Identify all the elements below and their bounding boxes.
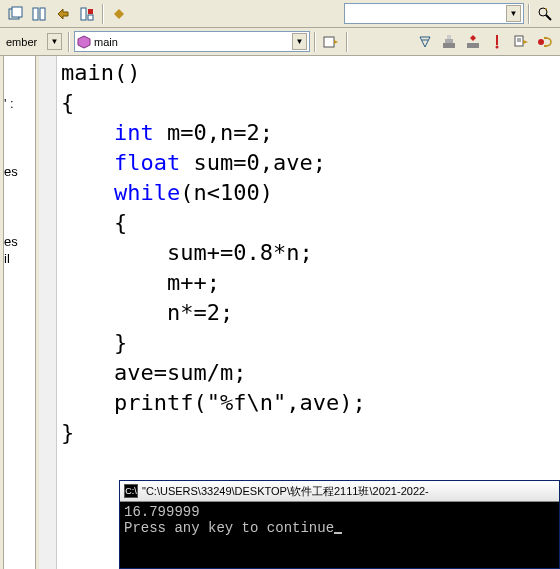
toolbar-button-5[interactable] [108,3,130,25]
function-combo-label: main [94,36,118,48]
console-titlebar[interactable]: C:\ "C:\USERS\33249\DESKTOP\软件工程2111班\20… [120,481,559,502]
class-view-pane[interactable]: ' : es es il [0,56,36,569]
console-output: 16.799999 Press any key to continue [120,502,559,538]
toolbar-button-1[interactable] [4,3,26,25]
build-button[interactable] [438,31,460,53]
member-label: ember [6,36,37,48]
svg-point-23 [496,45,499,48]
svg-rect-20 [467,43,479,48]
editor-margin [39,56,57,569]
stop-build-button[interactable] [462,31,484,53]
console-title-text: "C:\USERS\33249\DESKTOP\软件工程2111班\2021-2… [142,484,429,499]
svg-marker-5 [88,9,93,14]
function-icon [77,35,91,49]
function-combo[interactable]: main ▼ [74,31,310,52]
svg-rect-19 [447,35,451,39]
chevron-down-icon: ▼ [506,5,521,22]
svg-rect-18 [445,39,453,43]
go-button[interactable] [320,31,342,53]
toolbar-button-2[interactable] [28,3,50,25]
svg-marker-27 [523,40,528,44]
svg-rect-2 [33,8,38,20]
console-icon: C:\ [124,484,138,498]
svg-rect-30 [544,45,547,47]
search-button[interactable] [534,3,556,25]
tree-item[interactable]: es [4,164,18,179]
svg-marker-14 [334,40,338,44]
toolbar-separator-4 [314,32,316,52]
svg-line-10 [546,15,551,20]
breakpoint-button[interactable] [534,31,556,53]
left-gutter [0,56,4,569]
toolbar-separator-3 [68,32,70,52]
svg-rect-22 [496,35,498,45]
svg-marker-12 [78,36,90,48]
toolbar-separator [102,4,104,24]
tree-item[interactable]: il [4,251,10,266]
svg-rect-3 [40,8,45,20]
toolbar-separator-5 [346,32,348,52]
svg-marker-8 [114,14,124,19]
member-combo[interactable]: ember ▼ [4,31,64,52]
svg-rect-13 [324,37,334,47]
svg-rect-4 [81,8,86,20]
compile-button[interactable] [414,31,436,53]
svg-rect-1 [12,7,22,17]
chevron-down-icon: ▼ [292,33,307,50]
console-cursor [334,532,342,534]
tree-item[interactable]: es [4,234,18,249]
top-toolbar: ▼ [0,0,560,28]
chevron-down-icon: ▼ [47,33,62,50]
svg-point-28 [538,39,544,45]
toolbar-separator-2 [528,4,530,24]
svg-marker-7 [114,9,124,14]
go-debug-button[interactable] [510,31,532,53]
top-combo[interactable]: ▼ [344,3,524,24]
svg-marker-15 [420,37,430,47]
toolbar-button-3[interactable] [52,3,74,25]
code-text: main() { int m=0,n=2; float sum=0,ave; w… [61,58,366,448]
svg-rect-6 [88,15,93,20]
tree-item[interactable]: ' : [4,96,14,111]
execute-button[interactable] [486,31,508,53]
svg-rect-29 [544,37,547,39]
svg-marker-21 [470,35,476,41]
second-toolbar: ember ▼ main ▼ [0,28,560,56]
svg-rect-17 [443,43,455,48]
console-window[interactable]: C:\ "C:\USERS\33249\DESKTOP\软件工程2111班\20… [119,480,560,569]
toolbar-button-4[interactable] [76,3,98,25]
